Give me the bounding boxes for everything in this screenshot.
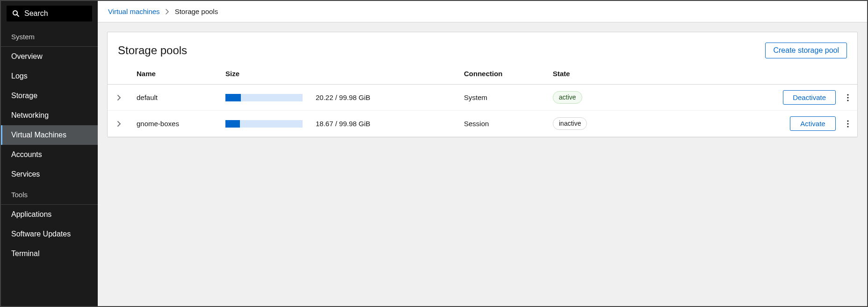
status-badge: inactive (553, 117, 587, 129)
sidebar-item-label: Virtual Machines (11, 131, 66, 139)
cell-actions: Deactivate (638, 85, 857, 111)
search-label: Search (24, 9, 48, 18)
sidebar-item-software-updates[interactable]: Software Updates (1, 224, 98, 244)
breadcrumb-current: Storage pools (175, 7, 218, 15)
col-header-connection: Connection (458, 65, 547, 85)
table-row: default20.22 / 99.98 GiBSystemactiveDeac… (108, 85, 857, 111)
cell-connection: System (458, 85, 547, 111)
nav-section-title: Tools (1, 184, 98, 202)
sidebar-item-terminal[interactable]: Terminal (1, 244, 98, 264)
kebab-icon (847, 94, 849, 101)
sidebar-item-services[interactable]: Services (1, 164, 98, 184)
cell-state: active (547, 85, 638, 111)
kebab-icon (847, 120, 849, 128)
search-wrap: Search (1, 1, 98, 26)
col-header-name: Name (131, 65, 220, 85)
svg-point-5 (847, 120, 848, 121)
sidebar-item-label: Terminal (11, 250, 39, 258)
cell-state: inactive (547, 111, 638, 137)
cell-actions: Activate (638, 111, 857, 137)
svg-point-3 (847, 97, 848, 98)
sidebar-item-label: Applications (11, 210, 51, 219)
main: Virtual machines Storage pools Storage p… (98, 1, 867, 306)
sidebar-item-label: Networking (11, 111, 49, 120)
chevron-right-icon (166, 9, 169, 14)
sidebar-item-accounts[interactable]: Accounts (1, 145, 98, 164)
sidebar-item-overview[interactable]: Overview (1, 47, 98, 66)
progress-fill (225, 120, 240, 128)
svg-point-6 (847, 123, 848, 124)
sidebar: Search SystemOverviewLogsStorageNetworki… (1, 1, 98, 306)
cell-connection: Session (458, 111, 547, 137)
sidebar-item-label: Accounts (11, 150, 42, 159)
svg-line-1 (17, 15, 19, 17)
breadcrumb-link-vm[interactable]: Virtual machines (108, 7, 160, 15)
sidebar-item-logs[interactable]: Logs (1, 66, 98, 86)
expand-row-button[interactable] (114, 118, 125, 129)
card-header: Storage pools Create storage pool (108, 32, 857, 65)
sidebar-item-label: Software Updates (11, 230, 71, 238)
search-icon (12, 10, 20, 17)
cell-name: default (131, 85, 220, 111)
search-box[interactable]: Search (7, 6, 92, 21)
svg-point-0 (13, 11, 17, 15)
sidebar-item-applications[interactable]: Applications (1, 205, 98, 224)
sidebar-item-label: Logs (11, 72, 28, 80)
progress-fill (225, 94, 241, 101)
sidebar-item-virtual-machines[interactable]: Virtual Machines (1, 125, 98, 145)
chevron-right-icon (117, 121, 121, 127)
content: Storage pools Create storage pool Name S… (98, 22, 867, 147)
deactivate-button[interactable]: Deactivate (783, 90, 836, 105)
size-text: 20.22 / 99.98 GiB (316, 93, 370, 101)
progress-bar (225, 94, 303, 101)
sidebar-item-label: Services (11, 170, 40, 178)
col-header-expand (108, 65, 131, 85)
col-header-size: Size (220, 65, 458, 85)
svg-point-4 (847, 100, 848, 101)
status-badge: active (553, 91, 582, 103)
svg-point-7 (847, 126, 848, 127)
expand-row-button[interactable] (114, 92, 125, 103)
cell-size: 18.67 / 99.98 GiB (220, 111, 458, 137)
chevron-right-icon (117, 95, 121, 100)
cell-size: 20.22 / 99.98 GiB (220, 85, 458, 111)
sidebar-item-networking[interactable]: Networking (1, 106, 98, 125)
kebab-menu-button[interactable] (843, 92, 853, 103)
col-header-actions (638, 65, 857, 85)
activate-button[interactable]: Activate (790, 116, 836, 131)
storage-pools-table: Name Size Connection State default20.22 … (108, 65, 857, 137)
progress-bar (225, 120, 303, 128)
breadcrumb: Virtual machines Storage pools (98, 1, 867, 22)
sidebar-item-label: Storage (11, 92, 37, 100)
kebab-menu-button[interactable] (843, 118, 853, 129)
storage-pools-card: Storage pools Create storage pool Name S… (107, 32, 858, 137)
table-row: gnome-boxes18.67 / 99.98 GiBSessioninact… (108, 111, 857, 137)
cell-name: gnome-boxes (131, 111, 220, 137)
nav-section-title: System (1, 26, 98, 44)
sidebar-item-label: Overview (11, 52, 43, 61)
svg-point-2 (847, 94, 848, 95)
create-storage-pool-button[interactable]: Create storage pool (765, 43, 847, 58)
sidebar-item-storage[interactable]: Storage (1, 86, 98, 106)
size-text: 18.67 / 99.98 GiB (316, 120, 370, 128)
page-title: Storage pools (118, 44, 187, 57)
col-header-state: State (547, 65, 638, 85)
